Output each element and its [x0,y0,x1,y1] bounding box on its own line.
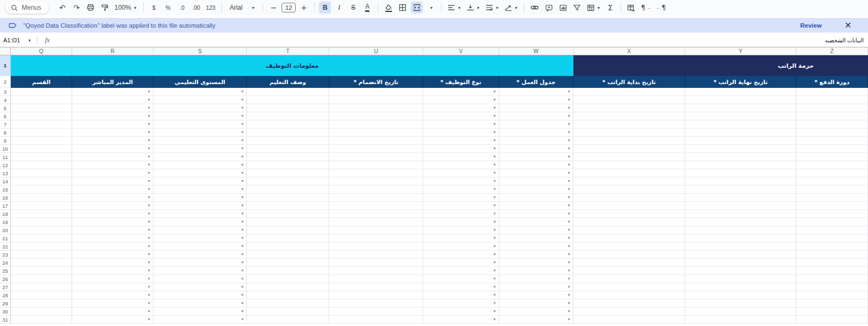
cell-V12[interactable]: ▼ [423,161,499,169]
field-header-Y[interactable]: تاريخ نهاية الراتب * [685,76,796,88]
section-header-employment[interactable]: معلومات التوظيف [11,55,573,76]
cell-R16[interactable]: ▼ [72,194,154,202]
cell-Q26[interactable] [11,275,72,283]
cell-Y19[interactable] [685,218,796,226]
cell-Z7[interactable] [796,120,868,129]
row-header[interactable]: 21 [0,234,11,242]
cell-R15[interactable]: ▼ [72,186,154,194]
row-header[interactable]: 4 [0,96,11,104]
cell-R28[interactable]: ▼ [72,291,154,299]
dropdown-icon[interactable]: ▼ [148,155,151,159]
cell-V15[interactable]: ▼ [423,186,499,194]
cell-X5[interactable] [573,104,685,112]
dropdown-icon[interactable]: ▼ [241,196,244,200]
dropdown-icon[interactable]: ▼ [241,106,244,110]
dropdown-icon[interactable]: ▼ [241,269,244,273]
field-header-V[interactable]: نوع التوظيف * [423,76,499,88]
cell-W8[interactable]: ▼ [499,129,573,137]
cell-S29[interactable]: ▼ [154,299,247,308]
text-color-button[interactable]: A [361,2,373,14]
sheet-direction-button[interactable] [626,2,637,14]
cell-R10[interactable]: ▼ [72,145,154,153]
cell-U27[interactable] [329,283,423,291]
row-header[interactable]: 31 [0,316,11,324]
cell-Z30[interactable] [796,308,868,316]
cell-Q20[interactable] [11,226,72,234]
cell-W26[interactable]: ▼ [499,275,573,283]
dropdown-icon[interactable]: ▼ [567,123,571,126]
cell-Z22[interactable] [796,242,868,251]
dropdown-icon[interactable]: ▼ [567,212,571,216]
cell-R24[interactable]: ▼ [72,259,154,267]
dropdown-icon[interactable]: ▼ [241,180,244,183]
cell-Y5[interactable] [685,104,796,112]
dropdown-icon[interactable]: ▼ [493,285,496,289]
cell-V28[interactable]: ▼ [423,291,499,299]
dropdown-icon[interactable]: ▼ [241,212,244,216]
row-header[interactable]: 28 [0,291,11,299]
font-family-select[interactable]: Arial▼ [226,2,258,14]
dropdown-icon[interactable]: ▼ [493,114,496,118]
dropdown-icon[interactable]: ▼ [148,269,151,273]
cell-T9[interactable] [247,137,329,145]
cell-Q25[interactable] [11,267,72,275]
merge-cells-button[interactable] [411,2,423,14]
cell-U23[interactable] [329,251,423,259]
column-header-Z[interactable]: Z [796,48,868,55]
cell-W27[interactable]: ▼ [499,283,573,291]
dropdown-icon[interactable]: ▼ [567,90,571,94]
cell-Z11[interactable] [796,153,868,161]
cell-Q24[interactable] [11,259,72,267]
dropdown-icon[interactable]: ▼ [567,180,571,183]
cell-X7[interactable] [573,120,685,129]
cell-Z28[interactable] [796,291,868,299]
cell-R21[interactable]: ▼ [72,234,154,242]
cell-Y30[interactable] [685,308,796,316]
cell-S10[interactable]: ▼ [154,145,247,153]
cell-W12[interactable]: ▼ [499,161,573,169]
select-all-corner[interactable] [0,48,11,55]
cell-U13[interactable] [329,169,423,177]
dropdown-icon[interactable]: ▼ [493,196,496,200]
row-header[interactable]: 20 [0,226,11,234]
cell-Q7[interactable] [11,120,72,129]
cell-U3[interactable] [329,88,423,96]
cell-S8[interactable]: ▼ [154,129,247,137]
cell-U20[interactable] [329,226,423,234]
cell-W14[interactable]: ▼ [499,177,573,186]
dropdown-icon[interactable]: ▼ [493,245,496,248]
cell-Y29[interactable] [685,299,796,308]
cell-Z24[interactable] [796,259,868,267]
dropdown-icon[interactable]: ▼ [148,212,151,216]
cell-W19[interactable]: ▼ [499,218,573,226]
cell-T16[interactable] [247,194,329,202]
cell-S5[interactable]: ▼ [154,104,247,112]
insert-link-button[interactable] [529,2,541,14]
cell-S6[interactable]: ▼ [154,112,247,120]
field-header-U[interactable]: تاريخ الانضمام * [329,76,423,88]
cell-X15[interactable] [573,186,685,194]
cell-V31[interactable]: ▼ [423,316,499,324]
cell-R6[interactable]: ▼ [72,112,154,120]
cell-U12[interactable] [329,161,423,169]
cell-W22[interactable]: ▼ [499,242,573,251]
cell-T24[interactable] [247,259,329,267]
row-header[interactable]: 14 [0,177,11,186]
cell-V30[interactable]: ▼ [423,308,499,316]
field-header-X[interactable]: تاريخ بداية الراتب * [573,76,685,88]
cell-U26[interactable] [329,275,423,283]
cell-W13[interactable]: ▼ [499,169,573,177]
redo-button[interactable]: ↷ [71,2,82,14]
cell-V20[interactable]: ▼ [423,226,499,234]
dropdown-icon[interactable]: ▼ [567,98,571,102]
dropdown-icon[interactable]: ▼ [567,302,571,305]
column-header-U[interactable]: U [329,48,423,55]
cell-Q17[interactable] [11,202,72,210]
cell-S14[interactable]: ▼ [154,177,247,186]
cell-W10[interactable]: ▼ [499,145,573,153]
cell-Q19[interactable] [11,218,72,226]
cell-Q4[interactable] [11,96,72,104]
close-icon[interactable]: ✕ [845,21,852,30]
dropdown-icon[interactable]: ▼ [567,163,571,167]
row-header[interactable]: 25 [0,267,11,275]
